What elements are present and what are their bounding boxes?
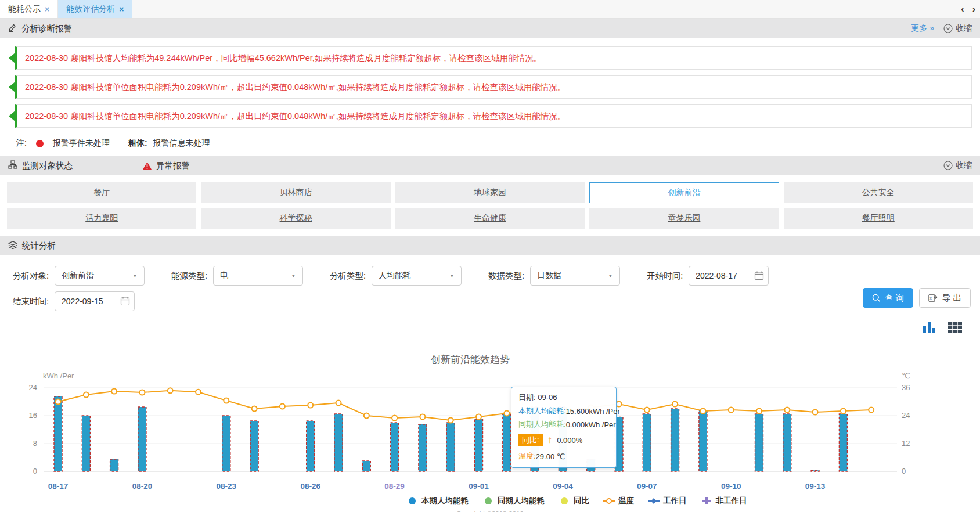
data-type-select[interactable]: 日数据 ▼ xyxy=(530,266,620,286)
scroll-left-icon[interactable]: ‹ xyxy=(961,4,964,15)
temperature-point[interactable] xyxy=(504,411,509,416)
legend-item[interactable]: 同期人均能耗 xyxy=(482,496,545,506)
energy-bar[interactable] xyxy=(643,414,651,471)
query-button[interactable]: 查 询 xyxy=(863,288,913,308)
temperature-point[interactable] xyxy=(168,388,173,393)
y-left-tick: 8 xyxy=(33,439,37,448)
energy-bar[interactable] xyxy=(334,414,343,471)
temperature-point[interactable] xyxy=(729,408,734,413)
chart-section: 创新前沿能效趋势 0816240122436kWh /Per℃08-1708-2… xyxy=(0,319,980,512)
monitor-object-button[interactable]: 童梦乐园 xyxy=(589,208,779,229)
temperature-point[interactable] xyxy=(700,409,705,414)
scroll-right-icon[interactable]: › xyxy=(972,4,975,15)
monitor-object-button[interactable]: 公共安全 xyxy=(784,182,973,203)
energy-bar[interactable] xyxy=(82,416,90,471)
energy-trend-chart[interactable]: 0816240122436kWh /Per℃08-1708-2008-2308-… xyxy=(0,319,980,512)
temperature-point[interactable] xyxy=(756,409,762,414)
collapse-button[interactable]: 收缩 xyxy=(943,160,972,171)
tooltip-date: 09-06 xyxy=(538,393,557,402)
energy-bar[interactable] xyxy=(475,419,483,471)
monitor-object-button[interactable]: 餐厅 xyxy=(7,182,196,203)
alert-row[interactable]: 2022-08-30 襄阳科技馆单位面积电能耗为0.209kWh/㎡，超出日约束… xyxy=(15,75,972,99)
energy-bar[interactable] xyxy=(755,414,763,471)
tab-label: 能效评估分析 xyxy=(66,4,115,15)
monitor-object-button[interactable]: 活力襄阳 xyxy=(7,208,196,229)
monitor-object-label: 科学探秘 xyxy=(280,213,312,223)
temperature-point[interactable] xyxy=(252,406,257,412)
export-button[interactable]: x 导 出 xyxy=(919,288,971,308)
energy-bar[interactable] xyxy=(54,396,62,471)
legend-item[interactable]: 非工作日 xyxy=(701,496,747,506)
end-date-input[interactable]: 2022-09-15 xyxy=(55,291,135,311)
temperature-point[interactable] xyxy=(111,389,117,394)
chevron-down-icon: ▼ xyxy=(132,273,138,279)
energy-bar[interactable] xyxy=(446,423,455,471)
analysis-object-select[interactable]: 创新前沿 ▼ xyxy=(55,266,145,286)
temperature-point[interactable] xyxy=(56,399,61,405)
collapse-button[interactable]: 收缩 xyxy=(943,23,972,34)
energy-bar[interactable] xyxy=(307,421,315,471)
table-view-icon[interactable] xyxy=(947,320,963,337)
energy-bar[interactable] xyxy=(699,410,707,471)
start-date-input[interactable]: 2022-08-17 xyxy=(689,266,769,286)
monitor-object-button[interactable]: 创新前沿 xyxy=(589,182,779,203)
filter-label: 分析对象: xyxy=(13,271,49,282)
alerts-note: 注: 报警事件未处理 粗体: 报警信息未处理 xyxy=(15,134,972,152)
filter-label: 分析类型: xyxy=(330,271,366,282)
temperature-point[interactable] xyxy=(224,398,229,403)
close-icon[interactable]: × xyxy=(45,5,49,14)
temperature-point[interactable] xyxy=(672,402,678,407)
energy-bar[interactable] xyxy=(671,409,679,471)
temperature-point[interactable] xyxy=(280,404,285,409)
monitor-object-button[interactable]: 餐厅照明 xyxy=(784,208,973,229)
temperature-point[interactable] xyxy=(336,401,341,406)
energy-bar[interactable] xyxy=(419,424,427,471)
monitor-object-button[interactable]: 科学探秘 xyxy=(201,208,390,229)
monitor-object-button[interactable]: 地球家园 xyxy=(395,182,585,203)
tab-energy-publicity[interactable]: 能耗公示 × xyxy=(0,0,58,18)
cross-marker-icon xyxy=(701,497,712,505)
temperature-point[interactable] xyxy=(196,390,201,395)
temperature-point[interactable] xyxy=(813,410,818,415)
energy-bar[interactable] xyxy=(250,421,258,471)
temperature-point[interactable] xyxy=(139,390,145,395)
legend-item[interactable]: 温度 xyxy=(603,496,634,506)
more-link[interactable]: 更多 » xyxy=(911,23,934,34)
analysis-type-select[interactable]: 人均能耗 ▼ xyxy=(372,266,462,286)
search-icon xyxy=(872,294,881,302)
energy-bar[interactable] xyxy=(110,459,118,471)
energy-bar[interactable] xyxy=(391,423,399,471)
svg-text:x: x xyxy=(930,296,932,300)
temperature-point[interactable] xyxy=(841,409,846,414)
temperature-point[interactable] xyxy=(392,416,397,421)
temperature-point[interactable] xyxy=(784,408,790,413)
tab-efficiency-analysis[interactable]: 能效评估分析 × xyxy=(58,0,132,18)
legend-item[interactable]: 本期人均能耗 xyxy=(406,496,469,506)
energy-bar[interactable] xyxy=(839,414,847,471)
monitor-object-label: 餐厅 xyxy=(93,188,110,198)
alert-row[interactable]: 2022-08-30 襄阳科技馆人均能耗为49.244kWh/Per，同比增幅4… xyxy=(15,46,972,70)
monitor-object-button[interactable]: 贝林商店 xyxy=(201,182,390,203)
temperature-point[interactable] xyxy=(84,392,89,398)
temperature-point[interactable] xyxy=(617,402,622,407)
legend-item[interactable]: 同比 xyxy=(559,496,589,506)
monitor-object-button[interactable]: 生命健康 xyxy=(395,208,585,229)
temperature-point[interactable] xyxy=(869,408,874,413)
energy-bar[interactable] xyxy=(222,416,230,471)
bar-chart-view-icon[interactable] xyxy=(922,320,937,337)
energy-type-select[interactable]: 电 ▼ xyxy=(213,266,303,286)
energy-bar[interactable] xyxy=(138,407,146,471)
alert-row[interactable]: 2022-08-30 襄阳科技馆单位面积电能耗为0.209kWh/㎡，超出日约束… xyxy=(15,104,972,128)
temperature-point[interactable] xyxy=(476,414,481,420)
temperature-point[interactable] xyxy=(420,414,425,420)
energy-bar[interactable] xyxy=(503,414,511,471)
temperature-point[interactable] xyxy=(644,408,650,413)
temperature-point[interactable] xyxy=(364,413,369,419)
temperature-point[interactable] xyxy=(448,418,453,423)
energy-bar[interactable] xyxy=(783,414,791,471)
close-icon[interactable]: × xyxy=(119,5,124,14)
temperature-point[interactable] xyxy=(308,403,313,408)
legend-item[interactable]: 工作日 xyxy=(648,496,687,506)
energy-bar[interactable] xyxy=(362,461,370,471)
energy-bar[interactable] xyxy=(811,470,819,471)
